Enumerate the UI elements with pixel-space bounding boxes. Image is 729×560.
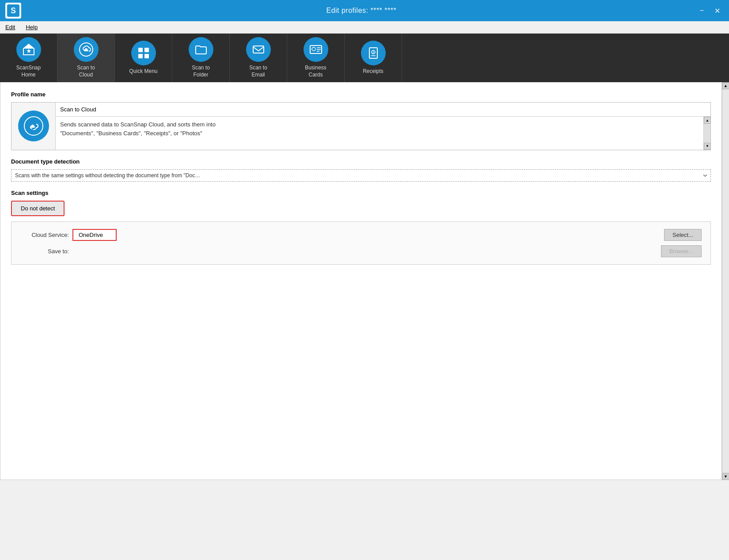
edit-menu[interactable]: Edit [4, 23, 17, 31]
minimize-button[interactable]: − [696, 5, 707, 17]
tab-scan-to-email-label: Scan toEmail [249, 65, 267, 78]
tab-scan-to-folder[interactable]: Scan toFolder [172, 34, 230, 82]
profile-icon-circle [18, 110, 49, 141]
profile-fields: Sends scanned data to ScanSnap Cloud, an… [56, 103, 710, 150]
tab-scan-to-cloud[interactable]: Scan toCloud [57, 34, 115, 82]
receipts-icon: $ [361, 41, 386, 65]
save-to-label: Save to: [20, 248, 69, 255]
svg-rect-9 [144, 54, 149, 58]
scan-settings-section: Scan settings Do not detect Cloud Servic… [11, 190, 711, 265]
browse-button[interactable]: Browse... [661, 245, 702, 257]
svg-rect-7 [144, 48, 149, 52]
desc-scroll-down[interactable]: ▼ [704, 143, 711, 150]
cloud-service-value: OneDrive [72, 229, 117, 241]
tab-scan-to-email[interactable]: Scan toEmail [230, 34, 287, 82]
svg-rect-10 [253, 46, 264, 53]
profile-desc-area: Sends scanned data to ScanSnap Cloud, an… [56, 117, 710, 150]
select-button[interactable]: Select... [664, 229, 702, 241]
profile-name-input[interactable] [56, 103, 710, 117]
cloud-service-row: Cloud Service: OneDrive Select... [20, 229, 702, 241]
business-cards-icon [304, 37, 328, 62]
svg-text:★: ★ [26, 47, 31, 54]
profile-name-section-label: Profile name [11, 91, 711, 98]
svg-rect-6 [138, 48, 143, 52]
nav-tabs: ★ ScanSnapHome Scan toCloud Quick Menu [0, 34, 729, 82]
app-logo: S [5, 3, 21, 19]
profile-description[interactable]: Sends scanned data to ScanSnap Cloud, an… [56, 117, 703, 150]
cloud-service-label: Cloud Service: [20, 232, 69, 238]
tab-scan-to-cloud-label: Scan toCloud [77, 65, 95, 78]
scrollbar-up[interactable]: ▲ [722, 82, 729, 89]
scrollbar-down[interactable]: ▼ [722, 473, 729, 480]
tab-scansnap-home[interactable]: ★ ScanSnapHome [0, 34, 57, 82]
svg-text:$: $ [372, 51, 374, 54]
window-title: Edit profiles: **** **** [27, 7, 696, 15]
svg-rect-8 [138, 54, 143, 58]
tab-scan-to-folder-label: Scan toFolder [192, 65, 210, 78]
menu-bar: Edit Help [0, 21, 729, 34]
desc-scrollbar: ▲ ▼ [703, 117, 710, 150]
window-controls: − ✕ [696, 5, 724, 17]
scan-to-email-icon [246, 37, 271, 62]
doc-type-section-label: Document type detection [11, 158, 711, 165]
cloud-service-box: Cloud Service: OneDrive Select... Save t… [11, 221, 711, 265]
scan-to-cloud-icon [74, 37, 99, 62]
profile-icon-box [11, 103, 56, 150]
title-bar: S Edit profiles: **** **** − ✕ [0, 0, 729, 21]
scan-to-folder-icon [189, 37, 213, 62]
main-content: Profile name Sends scanned data to ScanS… [0, 82, 722, 480]
tab-receipts[interactable]: $ Receipts [345, 34, 402, 82]
profile-row: Sends scanned data to ScanSnap Cloud, an… [11, 102, 711, 150]
tab-receipts-label: Receipts [363, 68, 383, 75]
do-not-detect-button[interactable]: Do not detect [11, 201, 65, 216]
tab-business-cards-label: BusinessCards [305, 65, 327, 78]
main-scrollbar[interactable]: ▲ ▼ [722, 82, 729, 480]
scrollbar-track[interactable] [722, 89, 729, 473]
main-scroll-container: Profile name Sends scanned data to ScanS… [0, 82, 729, 480]
desc-scroll-up[interactable]: ▲ [704, 117, 711, 124]
tab-quick-menu-label: Quick Menu [129, 68, 157, 75]
close-button[interactable]: ✕ [711, 5, 724, 17]
svg-text:S: S [11, 6, 16, 15]
document-type-select[interactable]: Scans with the same settings without det… [11, 169, 711, 182]
quick-menu-icon [131, 41, 156, 65]
help-menu[interactable]: Help [24, 23, 39, 31]
tab-business-cards[interactable]: BusinessCards [287, 34, 345, 82]
scansnap-home-icon: ★ [16, 37, 41, 62]
tab-scansnap-home-label: ScanSnapHome [16, 65, 41, 78]
tab-quick-menu[interactable]: Quick Menu [115, 34, 172, 82]
save-to-row: Save to: Browse... [20, 245, 702, 257]
scan-settings-label: Scan settings [11, 190, 711, 196]
svg-point-12 [312, 47, 315, 51]
